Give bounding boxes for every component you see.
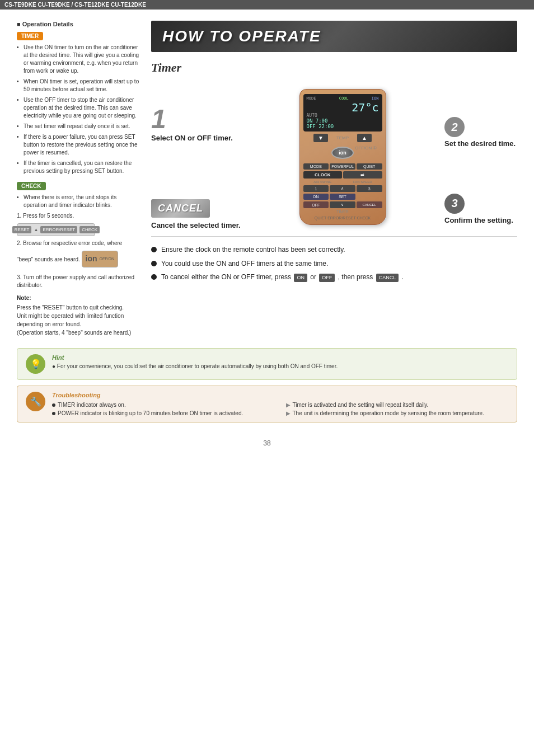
right-panel: HOW TO OPERATE Timer 1 Select ON or OFF … — [151, 21, 517, 337]
temp-display: 27°c — [307, 102, 379, 113]
step1-number: 1 — [151, 106, 166, 133]
cancel-btn[interactable]: CANCEL — [357, 201, 382, 208]
on-inline-btn: ON — [294, 274, 307, 282]
temp-up-btn[interactable]: ▲ — [357, 134, 372, 142]
hint-text: ● For your convenience, you could set th… — [52, 363, 338, 369]
check-btn-small[interactable]: CHECK — [79, 226, 100, 233]
note-section: Note: Press the "RESET" button to quit c… — [17, 295, 140, 337]
trouble-content: Troubleshooting TIMER indicator always o… — [52, 392, 508, 416]
check-bullets: Where there is error, the unit stops its… — [17, 194, 140, 209]
timer-badge: TIMER — [17, 32, 43, 40]
note-title: Note: — [17, 295, 140, 301]
step1-text: Select ON or OFF timer. — [151, 134, 241, 143]
check-step-3: 3. Turn off the power supply and call au… — [17, 274, 140, 289]
timer-label: TIMER — [303, 210, 382, 214]
cancel-text: Cancel the selected timer. — [151, 221, 241, 231]
cancel-block: CANCEL Cancel the selected timer. — [151, 199, 241, 231]
page-number: 38 — [0, 434, 534, 453]
air-swing-icon[interactable]: ⇌ — [343, 171, 382, 179]
fan-speed-label: FAN SPEED — [343, 180, 382, 184]
bullet-dot-3 — [151, 274, 157, 280]
air-swing-label: AIR SWING — [303, 180, 343, 184]
up-btn[interactable]: ∧ — [330, 185, 355, 192]
mini-remote-diagram: ion OFF/ON — [82, 251, 118, 267]
timer-bullet-4: The set timer will repeat daily once it … — [17, 123, 140, 130]
check-bullet-1: Where there is error, the unit stops its… — [17, 194, 140, 209]
right-steps: 2 Set the desired time. 3 Confirm the — [439, 83, 517, 231]
timer-bullet-6: If the timer is cancelled, you can resto… — [17, 159, 140, 175]
mode-btn[interactable]: MODE — [303, 163, 329, 170]
main-title: HOW TO OPERATE — [151, 21, 517, 52]
off-btn[interactable]: OFF — [303, 201, 329, 208]
reset-diagram-1: RESET ▲ ERROR/RESET CHECK — [17, 223, 95, 236]
mode-nav: MODE POWERFUL QUIET — [303, 163, 382, 170]
ion-button[interactable]: ion — [331, 147, 354, 159]
step1-block: 1 Select ON or OFF timer. — [151, 106, 241, 143]
check-badge: CHECK — [17, 182, 46, 190]
clock-btn[interactable]: CLOCK — [303, 171, 343, 179]
check-step-2: 2. Browse for respective error code, whe… — [17, 240, 140, 271]
remote-display: MODE COOL ION 27°c AUTO ON 7:00 — [303, 94, 382, 132]
trouble-grid: TIMER indicator always on. ▶ Timer is ac… — [52, 402, 508, 416]
down-btn[interactable]: ∨ — [330, 201, 355, 208]
trouble-item-2-solution: ▶ The unit is determining the operation … — [286, 410, 509, 416]
bullet-timers: You could use the ON and OFF timers at t… — [151, 259, 517, 269]
hint-section: 💡 Hint ● For your convenience, you could… — [17, 348, 517, 380]
check-step-1: 1. Press for 5 seconds. RESET ▲ ERROR/RE… — [17, 212, 140, 236]
bullet-dot-2 — [151, 261, 157, 266]
cancl-inline-btn: CANCL — [376, 274, 399, 282]
bullet-dot-1 — [151, 247, 157, 252]
reset-row: QUIET·ERROR/RESET·CHECK — [303, 216, 382, 220]
bottom-bullets: Ensure the clock on the remote control h… — [151, 245, 517, 282]
bullet-cancel: To cancel either the ON or OFF timer, pr… — [151, 273, 517, 282]
timer-bullet-1: Use the ON timer to turn on the air cond… — [17, 44, 140, 75]
step2-number: 2 — [444, 117, 465, 137]
check-steps: 1. Press for 5 seconds. RESET ▲ ERROR/RE… — [17, 212, 140, 289]
trouble-title: Troubleshooting — [52, 392, 508, 398]
timer-section-title: Timer — [151, 60, 517, 75]
troubleshooting-section: 🔧 Troubleshooting TIMER indicator always… — [17, 386, 517, 422]
step3-block: 3 Confirm the setting. — [444, 194, 517, 226]
left-panel: ■ Operation Details TIMER Use the ON tim… — [17, 21, 140, 337]
set-btn[interactable]: SET — [330, 194, 355, 200]
step3-number: 3 — [444, 194, 465, 214]
remote-control: MODE COOL ION 27°c AUTO ON 7:00 — [299, 89, 386, 225]
timer-bullets: Use the ON timer to turn on the air cond… — [17, 44, 140, 175]
error-reset-btn[interactable]: ERROR/RESET — [40, 226, 77, 233]
powerful-btn[interactable]: POWERFUL — [330, 163, 355, 170]
trouble-item-1-solution: ▶ Timer is activated and the setting wil… — [286, 402, 509, 408]
trouble-icon: 🔧 — [26, 392, 45, 411]
quiet-btn[interactable]: QUIET — [357, 163, 382, 170]
bullet-clock: Ensure the clock on the remote control h… — [151, 245, 517, 255]
num1-btn[interactable]: 1 — [303, 185, 329, 192]
remote-container: MODE COOL ION 27°c AUTO ON 7:00 — [246, 83, 439, 231]
trouble-item-2-problem: POWER indicator is blinking up to 70 min… — [52, 410, 275, 416]
num3-btn[interactable]: 3 — [357, 185, 382, 192]
reset-btn[interactable]: RESET — [12, 226, 32, 233]
section-title: ■ Operation Details — [17, 21, 140, 27]
temp-down-btn[interactable]: ▼ — [313, 134, 328, 142]
step2-text: Set the desired time. — [444, 139, 517, 149]
step3-text: Confirm the setting. — [444, 216, 517, 226]
operation-wrapper: 1 Select ON or OFF timer. CANCEL Cancel … — [151, 83, 517, 231]
model-header: CS-TE9DKE CU-TE9DKE / CS-TE12DKE CU-TE12… — [0, 0, 534, 10]
time-display: ON 7:00 — [307, 118, 379, 124]
on-btn[interactable]: ON — [303, 194, 329, 200]
off-inline-btn: OFF — [319, 274, 335, 282]
timer-bullet-2: When ON timer is set, operation will sta… — [17, 78, 140, 93]
hint-content: Hint ● For your convenience, you could s… — [52, 354, 338, 369]
hint-title: Hint — [52, 354, 338, 361]
timer-bullet-5: If there is a power failure, you can pre… — [17, 133, 140, 157]
note-text: Press the "RESET" button to quit checkin… — [17, 303, 140, 337]
step2-block: 2 Set the desired time. — [444, 117, 517, 149]
cancel-badge: CANCEL — [151, 199, 210, 218]
left-steps: 1 Select ON or OFF timer. CANCEL Cancel … — [151, 83, 246, 231]
hint-icon: 💡 — [26, 354, 45, 374]
trouble-item-1-problem: TIMER indicator always on. — [52, 402, 275, 408]
timer-bullet-3: Use the OFF timer to stop the air condit… — [17, 96, 140, 120]
